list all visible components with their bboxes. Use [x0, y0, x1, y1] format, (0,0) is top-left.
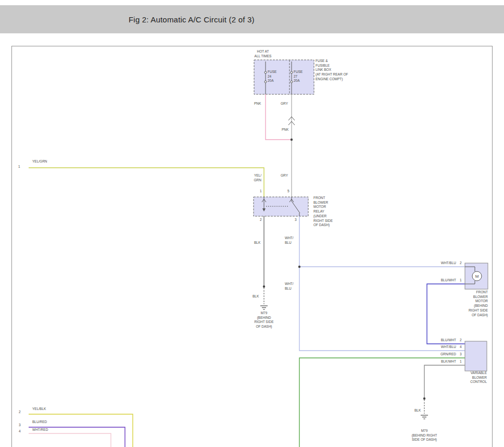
fuse-box	[254, 60, 314, 94]
motor-label: FRONT BLOWER MOTOR (BEHIND RIGHT SIDE OF…	[469, 290, 488, 317]
wire-label-wht-blu-upper: WHT/ BLU	[285, 236, 294, 245]
wire-label-blk-lower: BLK	[253, 294, 259, 299]
relay-label: FRONT BLOWER MOTOR RELAY (UNDER RIGHT SI…	[313, 196, 333, 228]
ground-label-left: M79 (BEHIND RIGHT SIDE OF DASH)	[254, 311, 273, 329]
wire-label-blk-ground2: BLK	[414, 408, 421, 413]
junction-dot	[263, 285, 265, 288]
wire-label-gry-top: GRY	[281, 102, 288, 106]
wire-label-blu-wht-ctrl: BLU/WHT	[441, 338, 456, 343]
wire-wht-blu	[299, 216, 465, 351]
wire-blu-wht	[427, 284, 465, 344]
wire-label-blk-upper: BLK	[254, 241, 260, 245]
junction-dot	[291, 139, 293, 141]
wire-label-yel-grn-feed: YEL/GRN	[32, 159, 47, 164]
control-pin-1: 1	[460, 359, 462, 364]
circuit-number-1: 1	[18, 165, 20, 169]
junction-dot	[423, 398, 425, 400]
relay-pin-2: 2	[260, 218, 262, 222]
control-pin-4: 4	[460, 345, 462, 350]
wire-label-wht-blu-ctrl: WHT/BLU	[441, 345, 456, 350]
relay-pin-5: 5	[287, 189, 289, 194]
wire-label-blu-red: BLU/RED	[32, 420, 47, 425]
relay-pin-1: 1	[260, 189, 262, 194]
fuse-box-label: FUSE & FUSIBLE LINK BOX (AT RIGHT REAR O…	[316, 59, 348, 82]
wire-yel-grn	[29, 168, 264, 197]
wire-label-yel-blk: YEL/BLK	[32, 407, 46, 412]
control-pin-2: 2	[460, 338, 462, 343]
wire-label-grn-red-ctrl: GRN/RED	[440, 352, 456, 357]
junction-dot	[298, 266, 300, 268]
wire-label-pnk-left: PNK	[254, 102, 261, 106]
circuit-number-3: 3	[19, 423, 21, 428]
wire-label-pnk-mid: PNK	[282, 128, 288, 132]
control-pin-3: 3	[460, 352, 462, 357]
wire-grn-red	[299, 358, 465, 447]
wire-label-gry-pin: GRY	[281, 173, 288, 178]
ground-label-right: M79 (BEHIND RIGHT SIDE OF DASH)	[412, 429, 437, 442]
fuse-24-label: FUSE 24 20A	[268, 70, 276, 83]
wire-blk-wht	[424, 365, 465, 399]
ground-symbol-left	[260, 306, 268, 309]
control-box	[465, 341, 487, 371]
wire-wht-red	[29, 433, 111, 447]
hot-at-label: HOT AT ALL TIMES	[255, 49, 272, 58]
wire-label-blu-wht-motor: BLU/WHT	[441, 278, 456, 283]
relay-pin-3: 3	[295, 218, 297, 222]
wire-label-yel-grn-pin: YEL/ GRN	[254, 173, 261, 182]
motor-pin-2: 2	[460, 261, 462, 266]
motor-pin-1: 1	[460, 278, 462, 283]
fuse-27-label: FUSE 27 20A	[294, 70, 303, 83]
wire-label-blk-wht-ctrl: BLK/WHT	[441, 359, 456, 364]
wire-label-wht-blu-motor: WHT/BLU	[441, 261, 456, 266]
circuit-number-4: 4	[19, 429, 21, 434]
control-label: VARIABLE BLOWER CONTROL	[470, 371, 487, 384]
motor-symbol-text: M	[475, 274, 479, 279]
wire-label-wht-red: WHT/RED	[32, 428, 48, 432]
wiring-diagram: M	[0, 0, 504, 447]
wire-label-wht-blu-lower: WHT/ BLU	[285, 282, 294, 291]
ground-symbol-right	[421, 415, 428, 419]
circuit-number-2: 2	[19, 410, 21, 415]
